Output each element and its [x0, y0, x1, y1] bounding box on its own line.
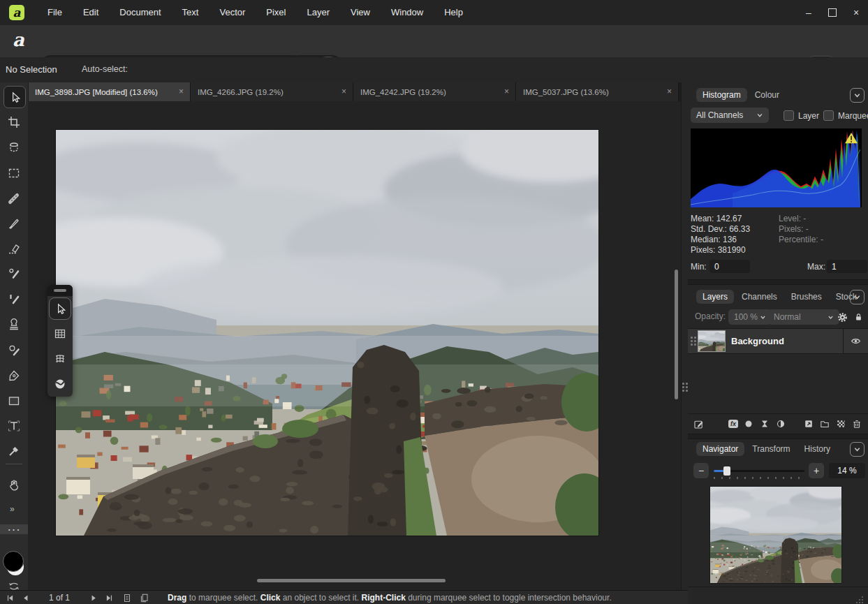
close-tab-icon[interactable]: × — [667, 87, 672, 96]
canvas-area[interactable] — [28, 101, 681, 590]
layer-visibility-toggle[interactable] — [843, 329, 868, 353]
last-page-button[interactable] — [101, 594, 116, 603]
rectangular-marquee-tool[interactable] — [6, 165, 22, 182]
palette-mesh-warp-tool[interactable] — [47, 321, 73, 346]
window-maximize-button[interactable] — [821, 0, 844, 25]
rail-expand[interactable]: » — [10, 504, 15, 514]
marquee-checkbox[interactable] — [823, 110, 834, 121]
previous-page-button[interactable] — [18, 594, 34, 603]
menu-window[interactable]: Window — [381, 0, 434, 25]
fill-colour-swatch[interactable] — [3, 551, 24, 572]
palette-liquify-tool[interactable] — [47, 371, 73, 397]
lock-layer-button[interactable] — [851, 309, 865, 325]
mask-layer-icon[interactable] — [743, 418, 754, 429]
layer-effects-icon[interactable]: fx — [728, 420, 738, 428]
close-tab-icon[interactable]: × — [504, 87, 509, 96]
move-tool[interactable] — [3, 86, 26, 108]
add-mask-icon[interactable] — [835, 418, 846, 429]
menu-text[interactable]: Text — [172, 0, 209, 25]
delete-layer-icon[interactable] — [851, 418, 862, 429]
rail-more[interactable]: • • • — [0, 524, 28, 534]
single-page-view-button[interactable] — [119, 593, 135, 603]
erase-brush-tool[interactable] — [6, 240, 22, 257]
palette-drag-handle[interactable] — [47, 285, 73, 296]
view-hand-tool[interactable] — [6, 476, 22, 493]
palette-move-tool[interactable] — [47, 296, 73, 321]
opacity-dropdown[interactable]: 100 % — [728, 309, 772, 325]
pixel-brush-tool[interactable] — [6, 290, 22, 307]
tab-colour[interactable]: Colour — [749, 88, 786, 102]
zoom-value-input[interactable]: 14 % — [829, 463, 865, 478]
menu-vector[interactable]: Vector — [209, 0, 256, 25]
frame-text-tool[interactable] — [6, 418, 22, 434]
vertical-scrollbar[interactable] — [675, 270, 678, 399]
tab-transform[interactable]: Transform — [746, 442, 796, 456]
mesh-warp-icon — [53, 327, 67, 341]
edit-layer-button[interactable] — [688, 418, 709, 430]
document-tab[interactable]: IMG_5037.JPG (13.6%) × — [516, 82, 679, 101]
menu-help[interactable]: Help — [434, 0, 473, 25]
selection-status: No Selection — [6, 64, 57, 75]
panel-resize-grip[interactable] — [855, 596, 864, 604]
layer-checkbox-label: Layer — [798, 111, 819, 121]
blend-mode-dropdown[interactable]: Normal — [768, 309, 839, 325]
close-tab-icon[interactable]: × — [179, 87, 184, 96]
floating-tool-palette[interactable] — [47, 285, 73, 397]
min-input[interactable]: 0 — [709, 260, 750, 273]
navigator-preview[interactable] — [710, 487, 841, 583]
channel-select-dropdown[interactable]: All Channels — [691, 108, 769, 123]
tab-channels[interactable]: Channels — [735, 290, 784, 304]
adjustment-layer-icon[interactable] — [759, 418, 770, 429]
layer-row-background[interactable]: Background — [688, 328, 868, 354]
menu-file[interactable]: File — [37, 0, 73, 25]
horizontal-scrollbar[interactable] — [257, 579, 446, 582]
layers-panel-menu-button[interactable] — [850, 290, 865, 304]
crop-tool[interactable] — [6, 114, 22, 131]
palette-perspective-tool[interactable] — [47, 346, 73, 371]
live-filter-icon[interactable] — [775, 418, 786, 429]
menu-layer[interactable]: Layer — [297, 0, 341, 25]
first-page-button[interactable] — [3, 594, 18, 603]
tab-brushes[interactable]: Brushes — [785, 290, 828, 304]
pen-tool[interactable] — [6, 367, 22, 384]
document-tab[interactable]: IMG_3898.JPG [Modified] (13.6%) × — [28, 82, 191, 101]
window-close-button[interactable]: × — [844, 0, 868, 25]
photo-document[interactable] — [56, 130, 598, 536]
document-tab[interactable]: IMG_4242.JPG (19.2%) × — [353, 82, 516, 101]
healing-brush-tool[interactable] — [6, 190, 22, 207]
zoom-slider-handle[interactable] — [723, 466, 730, 476]
window-minimize-button[interactable]: – — [797, 0, 821, 25]
clone-stamp-tool[interactable] — [6, 316, 22, 332]
zoom-out-button[interactable]: − — [693, 463, 709, 478]
tab-histogram[interactable]: Histogram — [696, 88, 747, 102]
undo-brush-tool[interactable] — [6, 342, 22, 359]
menu-edit[interactable]: Edit — [73, 0, 109, 25]
add-group-icon[interactable] — [819, 418, 830, 429]
tab-history[interactable]: History — [798, 442, 837, 456]
layer-drag-handle[interactable] — [691, 337, 696, 346]
close-tab-icon[interactable]: × — [341, 87, 346, 96]
paint-brush-tool[interactable] — [6, 215, 22, 232]
menu-document[interactable]: Document — [109, 0, 171, 25]
rectangle-tool[interactable] — [6, 392, 22, 409]
tab-layers[interactable]: Layers — [696, 290, 734, 304]
layer-thumbnail[interactable] — [698, 331, 725, 351]
document-tab[interactable]: IMG_4266.JPG (19.2%) × — [191, 82, 353, 101]
blend-options-button[interactable] — [834, 309, 850, 325]
colour-picker-tool[interactable] — [6, 443, 22, 459]
max-input[interactable]: 1 — [827, 260, 867, 273]
zoom-in-button[interactable]: + — [809, 463, 824, 478]
menu-pixel[interactable]: Pixel — [256, 0, 296, 25]
layer-checkbox[interactable] — [784, 110, 794, 121]
histogram-panel-menu-button[interactable] — [850, 88, 865, 103]
colour-replacement-brush-tool[interactable] — [6, 265, 22, 282]
layer-name[interactable]: Background — [731, 336, 843, 346]
navigator-panel-menu-button[interactable] — [850, 442, 865, 457]
multi-page-view-button[interactable] — [135, 593, 152, 603]
selection-brush-tool[interactable] — [6, 139, 22, 156]
tab-navigator[interactable]: Navigator — [696, 442, 744, 456]
add-layer-icon[interactable] — [803, 418, 814, 429]
next-page-button[interactable] — [85, 594, 101, 603]
menu-view[interactable]: View — [340, 0, 381, 25]
histogram-graph[interactable] — [691, 128, 862, 207]
